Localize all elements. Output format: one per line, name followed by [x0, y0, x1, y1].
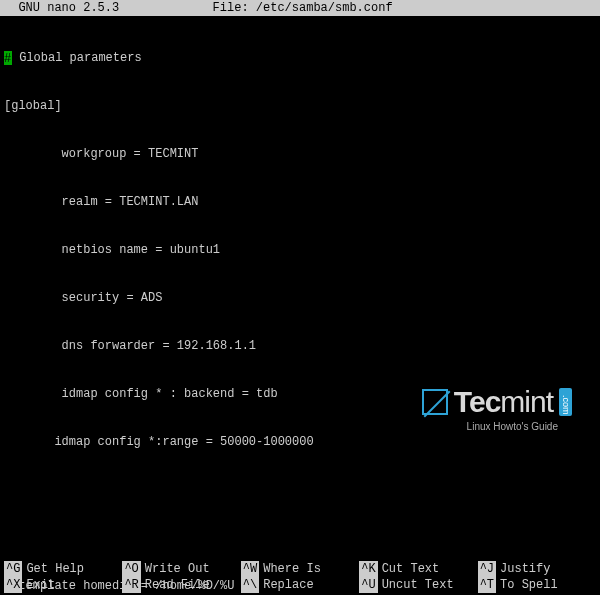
shortcut-where-is[interactable]: ^WWhere Is	[241, 561, 359, 577]
file-line: security = ADS	[4, 290, 596, 306]
shortcut-justify[interactable]: ^JJustify	[478, 561, 596, 577]
tecmint-logo-icon	[422, 389, 448, 415]
shortcuts-row: ^GGet Help ^OWrite Out ^WWhere Is ^KCut …	[4, 561, 596, 577]
file-line: [global]	[4, 98, 596, 114]
shortcut-exit[interactable]: ^XExit	[4, 577, 122, 593]
shortcut-read-file[interactable]: ^RRead File	[122, 577, 240, 593]
file-line: realm = TECMINT.LAN	[4, 194, 596, 210]
file-line: netbios name = ubuntu1	[4, 242, 596, 258]
shortcut-to-spell[interactable]: ^TTo Spell	[478, 577, 596, 593]
file-line: idmap config *:range = 50000-1000000	[4, 434, 596, 450]
shortcut-uncut-text[interactable]: ^UUncut Text	[359, 577, 477, 593]
file-line: dns forwarder = 192.168.1.1	[4, 338, 596, 354]
shortcut-cut-text[interactable]: ^KCut Text	[359, 561, 477, 577]
watermark-tld: .com	[559, 388, 572, 416]
file-path: File: /etc/samba/smb.conf	[119, 0, 486, 16]
editor-area[interactable]: # Global parameters [global] workgroup =…	[0, 16, 600, 595]
file-line	[4, 530, 596, 546]
cursor: #	[4, 51, 12, 65]
shortcuts-row: ^XExit ^RRead File ^\Replace ^UUncut Tex…	[4, 577, 596, 593]
watermark-brand: Tecmint	[454, 385, 553, 419]
file-line: # Global parameters	[4, 50, 596, 66]
titlebar: GNU nano 2.5.3 File: /etc/samba/smb.conf	[0, 0, 600, 16]
file-line	[4, 482, 596, 498]
watermark-tagline: Linux Howto's Guide	[422, 421, 572, 432]
shortcut-write-out[interactable]: ^OWrite Out	[122, 561, 240, 577]
app-name: GNU nano 2.5.3	[4, 0, 119, 16]
shortcuts-bar: ^GGet Help ^OWrite Out ^WWhere Is ^KCut …	[0, 561, 600, 595]
shortcut-get-help[interactable]: ^GGet Help	[4, 561, 122, 577]
shortcut-replace[interactable]: ^\Replace	[241, 577, 359, 593]
watermark: Tecmint .com Linux Howto's Guide	[422, 385, 572, 432]
file-line: workgroup = TECMINT	[4, 146, 596, 162]
